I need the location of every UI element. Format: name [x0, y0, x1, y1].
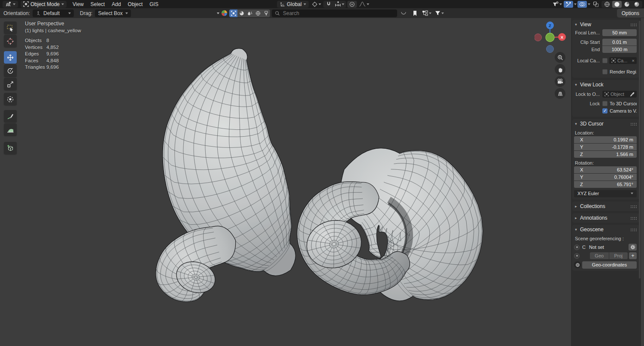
cursor-location-y[interactable]: Y-0.1728 m: [574, 144, 637, 150]
falloff-button[interactable]: [358, 1, 370, 8]
bookmark-button[interactable]: [410, 10, 419, 17]
shading-wireframe-button[interactable]: [602, 1, 612, 8]
menu-add[interactable]: Add: [108, 1, 124, 7]
local-camera-checkbox[interactable]: [602, 58, 608, 63]
panel-geoscene-header[interactable]: ▾ Geoscene: [574, 226, 637, 233]
cursor-rotation-z[interactable]: Z65.791°: [574, 181, 637, 188]
clip-end-label: End: [574, 47, 602, 52]
menu-gis[interactable]: GIS: [146, 1, 162, 7]
view-2d-button[interactable]: [229, 9, 237, 17]
menu-select[interactable]: Select: [87, 1, 108, 7]
cursor-rotation-x[interactable]: X63.524°: [574, 166, 637, 173]
menu-object[interactable]: Object: [125, 1, 146, 7]
visibility-filter-button[interactable]: [552, 1, 563, 8]
pivot-point-button[interactable]: [311, 1, 322, 8]
panel-view: ▾ View Focal Len... 50 mm Clip Start 0.0…: [572, 20, 639, 78]
search-box[interactable]: [272, 9, 397, 17]
tool-select-box[interactable]: [4, 21, 17, 34]
pan-button[interactable]: [555, 64, 565, 75]
snap-toggle[interactable]: [324, 1, 334, 8]
geo-button[interactable]: Geo: [590, 252, 609, 259]
tool-add-cube[interactable]: [4, 142, 17, 154]
cursor-rotation-y[interactable]: Y0.76004°: [574, 174, 637, 181]
editor-type-button[interactable]: [3, 1, 18, 8]
rotation-mode-dropdown[interactable]: XYZ Euler: [574, 190, 637, 197]
focal-length-label: Focal Len...: [574, 30, 602, 35]
cursor-location-x[interactable]: X0.1992 m: [574, 136, 637, 143]
shading-material-button[interactable]: [622, 1, 632, 8]
filter-button[interactable]: [434, 10, 445, 17]
perspective-toggle-button[interactable]: [555, 88, 565, 99]
drag-grip-icon[interactable]: [630, 205, 637, 208]
axis-label: Z: [580, 182, 583, 187]
crs-radio-2[interactable]: [574, 253, 580, 259]
panel-annotations-header[interactable]: ▸ Annotations: [574, 214, 637, 222]
axis-y-ball[interactable]: [546, 33, 554, 42]
globe-button[interactable]: [254, 9, 262, 17]
tool-annotate[interactable]: [4, 110, 17, 122]
lock-to-object-field[interactable]: Object: [602, 91, 637, 98]
render-region-checkbox[interactable]: [602, 69, 608, 74]
tool-measure[interactable]: [4, 123, 17, 136]
mode-select[interactable]: Object Mode: [21, 1, 67, 8]
tool-cursor[interactable]: [4, 35, 17, 47]
snap-with-button[interactable]: [334, 1, 345, 8]
orientation-dropdown[interactable]: Default: [33, 9, 74, 17]
orientation-select[interactable]: Global: [277, 1, 309, 8]
crs-settings-button[interactable]: [629, 244, 637, 251]
focal-length-field[interactable]: 50 mm: [602, 29, 637, 36]
shading-solid-button[interactable]: [612, 1, 622, 8]
geo-coordinates-button[interactable]: Geo-coordinates: [582, 261, 637, 269]
local-camera-field[interactable]: Ca... ×: [609, 57, 637, 64]
falloff-curve-icon: [359, 1, 366, 7]
gizmos-toggle[interactable]: [564, 1, 573, 8]
drag-dropdown[interactable]: Select Box: [95, 9, 131, 17]
pie-view-button[interactable]: [237, 9, 246, 17]
camera-view-button[interactable]: [555, 76, 565, 87]
lasso-arc-button[interactable]: [399, 10, 408, 17]
clip-end-field[interactable]: 1000 m: [602, 46, 637, 53]
overlays-icon: [579, 1, 586, 7]
options-button[interactable]: Options: [617, 9, 644, 18]
cursor-location-z[interactable]: Z1.566 m: [574, 151, 637, 158]
drag-grip-icon[interactable]: [630, 228, 637, 231]
paint-basemap-button[interactable]: [262, 9, 270, 17]
basemap-sphere-icon[interactable]: [221, 10, 228, 16]
axis-neg-z-ball[interactable]: [547, 46, 554, 53]
shading-rendered-button[interactable]: [632, 1, 641, 8]
drag-grip-icon[interactable]: [630, 23, 637, 26]
axis-neg-x-ball[interactable]: [535, 34, 542, 41]
tool-move[interactable]: [4, 51, 17, 64]
axis-value: 0.76004°: [614, 175, 633, 180]
sidebar-scrollbar[interactable]: [639, 21, 641, 279]
search-input[interactable]: [282, 10, 387, 17]
rotation-mode-value: XYZ Euler: [577, 191, 599, 196]
lock-to-cursor-checkbox[interactable]: [602, 101, 608, 106]
panel-collections-header[interactable]: ▸ Collections: [574, 202, 637, 210]
xray-toggle[interactable]: [591, 1, 601, 8]
proj-button[interactable]: Proj: [609, 252, 628, 259]
overlays-toggle[interactable]: [577, 1, 587, 8]
drag-grip-icon[interactable]: [630, 122, 637, 126]
camera-to-view-checkbox[interactable]: [602, 108, 608, 113]
lock-to-object-label: Lock to O...: [574, 92, 602, 97]
zoom-button[interactable]: [555, 52, 565, 63]
eyedropper-icon[interactable]: [630, 92, 635, 97]
collections-visibility-button[interactable]: [421, 10, 432, 17]
clip-start-field[interactable]: 0.01 m: [602, 39, 637, 46]
panel-view-header[interactable]: ▾ View: [574, 21, 637, 28]
tool-rotate[interactable]: [4, 64, 17, 77]
panel-view-lock-header[interactable]: ▾ View Lock: [574, 81, 637, 89]
drop-particles-button[interactable]: [246, 9, 254, 17]
add-crs-button[interactable]: +: [629, 252, 637, 259]
tool-transform[interactable]: [4, 93, 17, 105]
menu-view[interactable]: View: [69, 1, 87, 7]
tool-scale[interactable]: [4, 78, 17, 90]
drag-grip-icon[interactable]: [630, 217, 637, 220]
proportional-editing-toggle[interactable]: [347, 1, 357, 8]
panel-3d-cursor-header[interactable]: ▾ 3D Cursor: [574, 120, 637, 128]
lock-to-object-placeholder: Object: [611, 92, 624, 97]
crs-radio[interactable]: [574, 245, 580, 250]
clear-icon[interactable]: ×: [632, 58, 635, 63]
navigation-gizmo[interactable]: Z X: [535, 20, 567, 54]
